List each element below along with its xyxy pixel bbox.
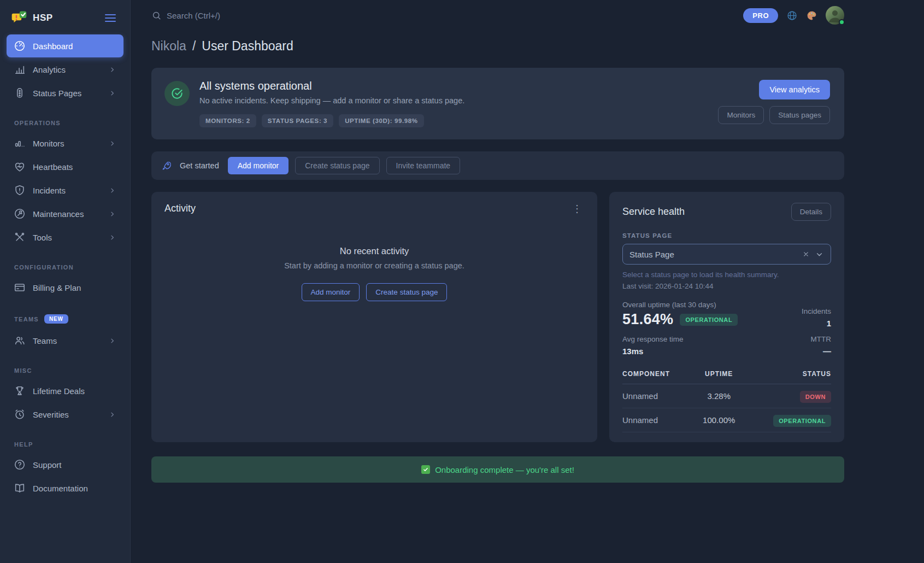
sidebar-item-label: Maintenances xyxy=(33,209,84,219)
sidebar-item-analytics[interactable]: Analytics xyxy=(7,58,123,81)
select-helper-text: Select a status page to load its health … xyxy=(622,271,831,279)
sidebar-item-heartbeats[interactable]: Heartbeats xyxy=(7,155,123,178)
user-avatar[interactable] xyxy=(826,6,844,25)
sidebar-item-lifetime-deals[interactable]: Lifetime Deals xyxy=(7,379,123,402)
uptime-status-badge: OPERATIONAL xyxy=(680,314,738,326)
stat-badge: UPTIME (30D): 99.98% xyxy=(339,114,423,127)
sidebar-item-severities[interactable]: Severities xyxy=(7,403,123,426)
cards-row: Activity ⋮ No recent activity Start by a… xyxy=(151,192,844,442)
monitors-button[interactable]: Monitors xyxy=(718,106,764,124)
sidebar-heading-misc: MISC xyxy=(14,367,116,374)
online-status-dot xyxy=(839,19,845,25)
status-page-select-value: Status Page xyxy=(629,250,674,259)
sidebar-item-incidents[interactable]: Incidents xyxy=(7,179,123,202)
sidebar-item-tools[interactable]: Tools xyxy=(7,226,123,249)
sidebar-item-monitors[interactable]: Monitors xyxy=(7,132,123,155)
sidebar-item-dashboard[interactable]: Dashboard xyxy=(7,34,123,57)
topbar: Search (Ctrl+/) PRO xyxy=(151,0,844,31)
invite-teammate-button[interactable]: Invite teammate xyxy=(386,157,461,174)
menu-toggle-icon[interactable] xyxy=(103,12,118,24)
maint-icon xyxy=(14,208,26,220)
kebab-menu-icon[interactable]: ⋮ xyxy=(570,204,584,214)
sidebar-item-status-pages[interactable]: Status Pages xyxy=(7,81,123,104)
chevron-right-icon xyxy=(108,233,116,242)
add-monitor-button[interactable]: Add monitor xyxy=(302,283,360,301)
table-header-uptime: UPTIME xyxy=(695,365,744,384)
stat-badge: MONITORS: 2 xyxy=(199,114,256,127)
chevron-down-icon[interactable] xyxy=(815,250,824,259)
sidebar-item-label: Dashboard xyxy=(33,42,73,51)
search-input[interactable]: Search (Ctrl+/) xyxy=(151,10,220,21)
activity-empty-state: No recent activity Start by adding a mon… xyxy=(164,246,584,301)
theme-palette-icon[interactable] xyxy=(806,10,817,21)
chevron-right-icon xyxy=(108,139,116,148)
language-globe-icon[interactable] xyxy=(786,10,798,21)
stat-badge: STATUS PAGES: 3 xyxy=(262,114,333,127)
avg-response-label: Avg response time xyxy=(622,335,684,343)
sidebar-item-label: Status Pages xyxy=(33,89,81,98)
check-icon xyxy=(421,465,430,474)
status-pages-button[interactable]: Status pages xyxy=(769,106,830,124)
hero-title: All systems operational xyxy=(199,80,464,92)
clear-selection-icon[interactable] xyxy=(802,250,810,258)
sidebar-item-documentation[interactable]: Documentation xyxy=(7,477,123,500)
empty-state-title: No recent activity xyxy=(164,246,584,256)
sidebar-item-teams[interactable]: Teams xyxy=(7,329,123,352)
traffic-icon xyxy=(14,87,26,99)
hero-secondary-actions: MonitorsStatus pages xyxy=(718,106,830,124)
get-started-actions: Add monitorCreate status pageInvite team… xyxy=(228,157,460,174)
details-button[interactable]: Details xyxy=(791,203,831,221)
sidebar-item-label: Severities xyxy=(33,410,69,419)
sidebar-item-label: Incidents xyxy=(33,186,66,195)
bars-icon xyxy=(14,63,26,75)
monitor-icon xyxy=(14,137,26,149)
sidebar-heading-operations: OPERATIONS xyxy=(14,120,116,126)
status-badge: DOWN xyxy=(800,391,831,403)
sidebar-heading-help: HELP xyxy=(14,441,116,448)
main-area: Search (Ctrl+/) PRO xyxy=(131,0,924,563)
add-monitor-button[interactable]: Add monitor xyxy=(228,157,289,174)
table-header-status: STATUS xyxy=(744,365,831,384)
table-header-component: COMPONENT xyxy=(622,365,695,384)
trophy-icon xyxy=(14,385,26,397)
uptime-label: Overall uptime (last 30 days) xyxy=(622,301,738,309)
sidebar-item-billing-plan[interactable]: Billing & Plan xyxy=(7,276,123,299)
chevron-right-icon xyxy=(108,410,116,419)
status-page-select[interactable]: Status Page xyxy=(622,244,831,265)
app-logo[interactable]: HSP xyxy=(11,10,53,26)
component-name: Unnamed xyxy=(622,408,695,432)
sidebar-heading-configuration: CONFIGURATION xyxy=(14,264,116,271)
sidebar-item-label: Heartbeats xyxy=(33,162,73,172)
chevron-right-icon xyxy=(108,210,116,218)
create-status-page-button[interactable]: Create status page xyxy=(366,283,447,301)
get-started-bar: Get started Add monitorCreate status pag… xyxy=(151,151,844,180)
breadcrumb: Nikola / User Dashboard xyxy=(151,39,844,54)
last-visit-text: Last visit: 2026-01-24 10:44 xyxy=(622,282,831,290)
sidebar: HSP DashboardAnalyticsStatus PagesOPERAT… xyxy=(0,0,131,563)
clock-icon xyxy=(14,408,26,420)
page-title: User Dashboard xyxy=(202,39,293,54)
hsp-logo-icon xyxy=(11,10,27,26)
tools-icon xyxy=(14,231,26,243)
mttr-value: — xyxy=(811,347,832,356)
onboarding-banner: Onboarding complete — you're all set! xyxy=(151,456,844,483)
status-badge: OPERATIONAL xyxy=(773,415,831,427)
sidebar-item-label: Documentation xyxy=(33,484,88,493)
activity-title: Activity xyxy=(164,203,196,214)
breadcrumb-parent[interactable]: Nikola xyxy=(151,39,186,54)
uptime-value: 51.64% xyxy=(622,311,673,328)
create-status-page-button[interactable]: Create status page xyxy=(295,157,379,174)
component-name: Unnamed xyxy=(622,384,695,408)
activity-card: Activity ⋮ No recent activity Start by a… xyxy=(151,192,597,442)
components-table: COMPONENTUPTIMESTATUS Unnamed3.28%DOWNUn… xyxy=(622,365,831,432)
sidebar-item-support[interactable]: Support xyxy=(7,453,123,476)
sidebar-item-maintenances[interactable]: Maintenances xyxy=(7,202,123,225)
view-analytics-button[interactable]: View analytics xyxy=(759,80,830,99)
table-row: Unnamed100.00%OPERATIONAL xyxy=(622,408,831,432)
chevron-right-icon xyxy=(108,66,116,74)
search-icon xyxy=(151,10,162,21)
rocket-icon xyxy=(161,160,172,171)
new-badge: NEW xyxy=(44,314,68,324)
sidebar-item-label: Analytics xyxy=(33,65,66,74)
component-uptime: 100.00% xyxy=(695,408,744,432)
